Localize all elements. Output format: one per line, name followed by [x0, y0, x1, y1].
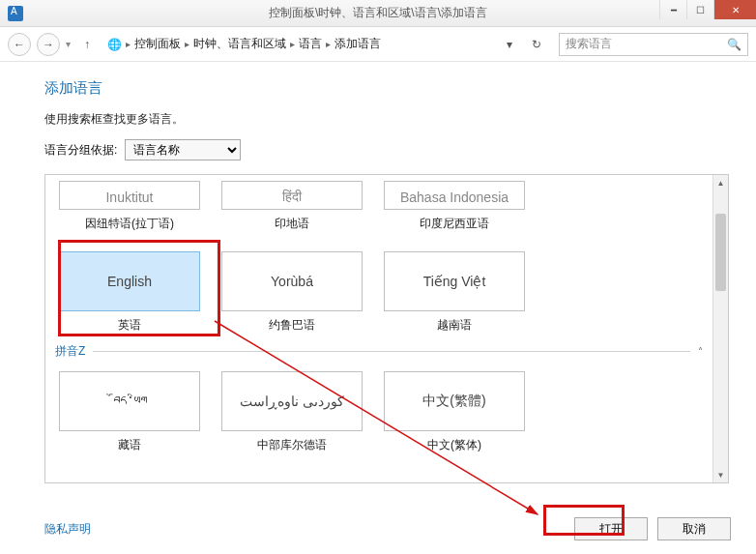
- forward-button[interactable]: →: [37, 33, 60, 56]
- privacy-link[interactable]: 隐私声明: [44, 521, 91, 538]
- lang-row-y: English 英语 Yorùbá 约鲁巴语 Tiếng Việt 越南语: [55, 246, 703, 337]
- section-z-header[interactable]: 拼音Z ˄: [55, 343, 703, 360]
- close-button[interactable]: ✕: [713, 0, 756, 19]
- app-icon: [8, 6, 23, 21]
- lang-row-partial: Inuktitut 因纽特语(拉丁语) हिंदी 印地语 Bahasa Ind…: [55, 175, 703, 236]
- group-label: 语言分组依据:: [44, 142, 117, 159]
- hint-text: 使用搜索框查找更多语言。: [44, 111, 729, 128]
- lang-item-central-kurdish[interactable]: كوردىی ناوەڕاست 中部库尔德语: [221, 371, 363, 453]
- window-title: 控制面板\时钟、语言和区域\语言\添加语言: [269, 5, 487, 21]
- crumb-0[interactable]: 控制面板: [134, 36, 181, 52]
- crumb-3[interactable]: 添加语言: [334, 36, 381, 52]
- lang-item-yoruba[interactable]: Yorùbá 约鲁巴语: [221, 251, 363, 334]
- scroll-thumb[interactable]: [715, 214, 726, 291]
- location-icon: 🌐: [107, 38, 122, 51]
- search-placeholder: 搜索语言: [566, 36, 727, 52]
- crumb-2[interactable]: 语言: [299, 36, 322, 52]
- title-bar: 控制面板\时钟、语言和区域\语言\添加语言 ━ ☐ ✕: [0, 0, 756, 27]
- lang-row-z: བོད་ཡིག 藏语 كوردىی ناوەڕاست 中部库尔德语 中文(繁體)…: [55, 365, 703, 457]
- lang-item-chinese-traditional[interactable]: 中文(繁體) 中文(繁体): [384, 371, 525, 453]
- open-button[interactable]: 打开: [574, 517, 648, 540]
- lang-item-vietnamese[interactable]: Tiếng Việt 越南语: [384, 251, 525, 334]
- collapse-icon[interactable]: ˄: [698, 346, 703, 357]
- cancel-button[interactable]: 取消: [657, 517, 731, 540]
- grouping-row: 语言分组依据: 语言名称: [44, 139, 729, 160]
- scroll-up-icon[interactable]: ▲: [713, 175, 728, 190]
- search-input[interactable]: 搜索语言 🔍: [559, 33, 748, 56]
- lang-item-indonesian[interactable]: Bahasa Indonesia 印度尼西亚语: [384, 181, 525, 232]
- refresh-button[interactable]: ↻: [526, 34, 547, 55]
- breadcrumb-dropdown[interactable]: ▾: [499, 34, 520, 55]
- lang-item-english[interactable]: English 英语: [59, 251, 200, 334]
- footer: 隐私声明 打开 取消: [0, 508, 756, 554]
- group-by-select[interactable]: 语言名称: [125, 139, 241, 160]
- search-icon: 🔍: [727, 38, 741, 51]
- page-title: 添加语言: [44, 79, 729, 98]
- content-area: 添加语言 使用搜索框查找更多语言。 语言分组依据: 语言名称 Inuktitut…: [0, 62, 756, 483]
- back-button[interactable]: ←: [8, 33, 31, 56]
- history-dropdown[interactable]: ▾: [66, 39, 71, 49]
- lang-item-inuktitut[interactable]: Inuktitut 因纽特语(拉丁语): [59, 181, 200, 232]
- crumb-1[interactable]: 时钟、语言和区域: [193, 36, 286, 52]
- lang-item-tibetan[interactable]: བོད་ཡིག 藏语: [59, 371, 200, 453]
- up-button[interactable]: ↑: [76, 34, 98, 55]
- breadcrumb[interactable]: 🌐 ▸ 控制面板▸ 时钟、语言和区域▸ 语言▸ 添加语言: [103, 36, 493, 52]
- lang-item-hindi[interactable]: हिंदी 印地语: [221, 181, 363, 232]
- scroll-down-icon[interactable]: ▼: [713, 467, 728, 482]
- maximize-button[interactable]: ☐: [686, 0, 713, 19]
- scrollbar[interactable]: ▲ ▼: [712, 175, 728, 482]
- language-list: Inuktitut 因纽特语(拉丁语) हिंदी 印地语 Bahasa Ind…: [44, 174, 729, 483]
- nav-bar: ← → ▾ ↑ 🌐 ▸ 控制面板▸ 时钟、语言和区域▸ 语言▸ 添加语言 ▾ ↻…: [0, 27, 756, 62]
- minimize-button[interactable]: ━: [659, 0, 686, 19]
